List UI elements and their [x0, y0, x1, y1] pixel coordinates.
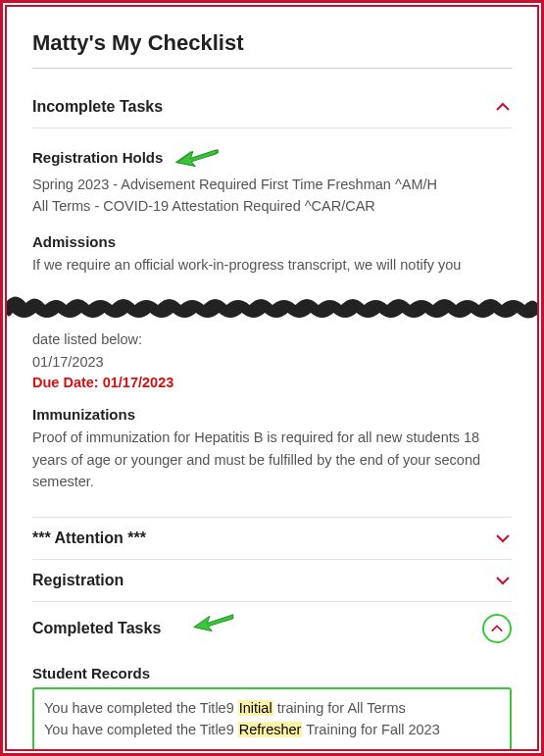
accordion-title-completed: Completed Tasks	[32, 620, 161, 637]
svg-marker-0	[177, 150, 217, 167]
subhead-student-records: Student Records	[32, 665, 150, 681]
title-divider	[32, 68, 512, 69]
subhead-admissions: Admissions	[32, 233, 116, 250]
chevron-down-icon	[494, 572, 512, 589]
reg-hold-line2: All Terms - COVID-19 Attestation Require…	[32, 195, 512, 217]
section-admissions: Admissions If we require an official wor…	[32, 233, 512, 276]
annotation-arrow-icon	[189, 609, 236, 634]
accordion-title-incomplete: Incomplete Tasks	[32, 98, 163, 116]
section-registration-holds: Registration Holds Spring 2023 - Advisem…	[32, 144, 512, 218]
accordion-registration[interactable]: Registration	[32, 560, 512, 602]
admissions-tail: date listed below:	[32, 328, 512, 350]
section-immunizations: Immunizations Proof of immunization for …	[32, 406, 512, 492]
reg-hold-line1: Spring 2023 - Advisement Required First …	[32, 174, 512, 195]
admissions-date: 01/17/2023	[32, 351, 512, 373]
chevron-down-icon	[494, 529, 512, 547]
subhead-immunizations: Immunizations	[32, 406, 135, 423]
annotation-arrow-icon	[173, 144, 220, 170]
accordion-incomplete-tasks[interactable]: Incomplete Tasks	[32, 86, 512, 128]
accordion-attention[interactable]: *** Attention ***	[32, 517, 512, 560]
page-title: Matty's My Checklist	[32, 30, 512, 56]
accordion-completed-tasks[interactable]: Completed Tasks	[32, 602, 512, 655]
admissions-due-date: Due Date: 01/17/2023	[32, 375, 512, 390]
highlight-initial: Initial	[238, 700, 273, 716]
admissions-pre-rip: If we require an official work-in-progre…	[32, 254, 512, 276]
chevron-up-icon	[488, 620, 506, 637]
accordion-title-registration: Registration	[32, 572, 124, 589]
student-records-row1: You have completed the Title9 Initial tr…	[44, 697, 500, 719]
immunizations-text: Proof of immunization for Hepatitis B is…	[32, 427, 512, 492]
svg-marker-1	[194, 615, 233, 631]
student-records-row2: You have completed the Title9 Refresher …	[44, 719, 500, 740]
chevron-up-icon	[494, 98, 512, 116]
annotation-highlight-box: You have completed the Title9 Initial tr…	[32, 687, 512, 751]
admissions-post-rip: date listed below: 01/17/2023 Due Date: …	[32, 328, 512, 390]
accordion-title-attention: *** Attention ***	[32, 529, 146, 547]
torn-edge-graphic	[7, 289, 537, 327]
annotation-circle	[482, 614, 512, 643]
highlight-refresher: Refresher	[238, 722, 303, 737]
subhead-registration-holds: Registration Holds	[32, 149, 163, 166]
